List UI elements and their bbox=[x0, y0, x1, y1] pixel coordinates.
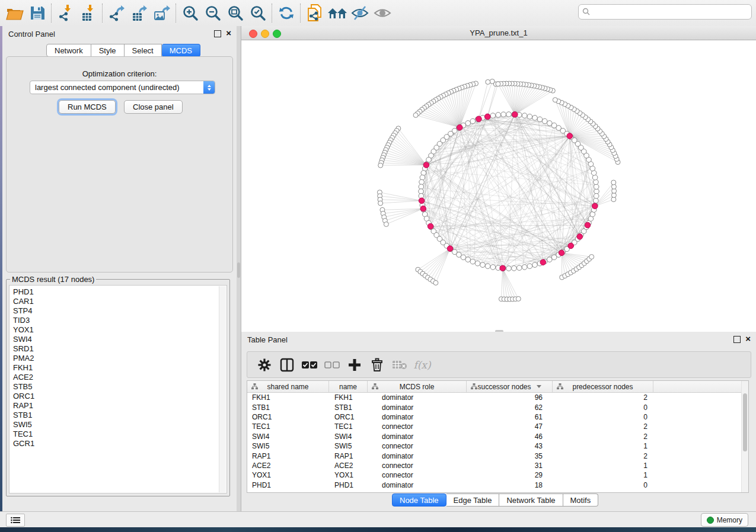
network-node[interactable] bbox=[512, 266, 517, 271]
network-node[interactable] bbox=[480, 262, 486, 268]
show-all-icon[interactable] bbox=[326, 3, 349, 23]
mcds-hub-node[interactable] bbox=[559, 250, 564, 256]
network-node[interactable] bbox=[420, 175, 425, 180]
tab-network[interactable]: Network bbox=[46, 44, 91, 57]
export-table-icon[interactable] bbox=[128, 3, 151, 23]
add-column-icon[interactable] bbox=[343, 354, 366, 376]
network-node[interactable] bbox=[421, 171, 426, 176]
mcds-hub-node[interactable] bbox=[577, 234, 583, 240]
table-scrollbar[interactable] bbox=[741, 381, 748, 492]
network-node[interactable] bbox=[496, 113, 501, 118]
network-node[interactable] bbox=[611, 180, 616, 185]
mcds-hub-node[interactable] bbox=[592, 203, 598, 209]
hide-selected-icon[interactable] bbox=[349, 3, 371, 23]
delete-column-icon[interactable] bbox=[366, 354, 388, 376]
network-node[interactable] bbox=[547, 257, 553, 262]
network-window-titlebar[interactable]: YPA_prune.txt_1 bbox=[241, 26, 756, 40]
network-node[interactable] bbox=[589, 255, 594, 259]
network-node[interactable] bbox=[594, 194, 599, 199]
mcds-hub-node[interactable] bbox=[585, 222, 591, 228]
mcds-result-item[interactable]: PHD1 bbox=[13, 287, 217, 297]
mcds-result-item[interactable]: STB1 bbox=[13, 411, 217, 420]
table-row[interactable]: STB1STB1dominator620 bbox=[247, 402, 748, 412]
mcds-hub-node[interactable] bbox=[447, 246, 453, 252]
scrollbar-thumb[interactable] bbox=[743, 393, 747, 451]
table-row[interactable]: SWI4SWI4dominator462 bbox=[247, 432, 748, 441]
network-node[interactable] bbox=[527, 264, 532, 269]
mcds-hub-node[interactable] bbox=[457, 124, 462, 130]
network-node[interactable] bbox=[594, 198, 599, 203]
table-row[interactable]: PHD1PHD1dominator180 bbox=[247, 480, 748, 490]
close-panel-button[interactable]: Close panel bbox=[124, 100, 183, 114]
deselect-all-icon[interactable] bbox=[321, 354, 343, 376]
network-node[interactable] bbox=[419, 180, 425, 185]
show-hidden-icon[interactable] bbox=[371, 3, 394, 23]
zoom-fit-icon[interactable] bbox=[224, 3, 247, 23]
network-node[interactable] bbox=[465, 257, 471, 262]
column-header-shared-name[interactable]: shared name bbox=[247, 381, 329, 392]
mcds-hub-node[interactable] bbox=[568, 243, 574, 249]
task-history-button[interactable] bbox=[6, 514, 25, 527]
table-row[interactable]: TEC1TEC1connector472 bbox=[247, 422, 748, 431]
splitter-handle[interactable] bbox=[237, 262, 240, 278]
mcds-hub-node[interactable] bbox=[420, 206, 426, 211]
tab-motifs[interactable]: Motifs bbox=[563, 493, 599, 507]
select-all-icon[interactable] bbox=[298, 354, 321, 376]
settings-icon[interactable] bbox=[253, 354, 276, 376]
network-node[interactable] bbox=[490, 113, 496, 118]
network-node[interactable] bbox=[485, 264, 490, 269]
mcds-result-item[interactable]: TID3 bbox=[13, 316, 217, 325]
tab-node-table[interactable]: Node Table bbox=[392, 493, 446, 507]
network-node[interactable] bbox=[594, 184, 599, 190]
mcds-result-item[interactable]: SRD1 bbox=[13, 344, 217, 354]
column-header-successor-nodes[interactable]: successor nodes bbox=[467, 381, 553, 392]
network-node[interactable] bbox=[506, 266, 512, 271]
column-header-name[interactable]: name bbox=[329, 381, 368, 392]
tab-style[interactable]: Style bbox=[91, 44, 125, 57]
refresh-icon[interactable] bbox=[275, 3, 298, 23]
network-node[interactable] bbox=[496, 82, 500, 86]
network-node[interactable] bbox=[475, 261, 480, 266]
mcds-result-item[interactable]: TEC1 bbox=[13, 430, 217, 439]
network-node[interactable] bbox=[461, 255, 466, 260]
zoom-in-icon[interactable] bbox=[179, 3, 202, 23]
close-icon[interactable]: × bbox=[745, 334, 751, 344]
export-network-icon[interactable] bbox=[106, 3, 128, 23]
network-node[interactable] bbox=[506, 112, 512, 117]
mcds-hub-node[interactable] bbox=[476, 116, 482, 122]
network-node[interactable] bbox=[532, 116, 538, 121]
optimization-dropdown[interactable]: largest connected component (undirected) bbox=[30, 81, 215, 94]
network-node[interactable] bbox=[594, 180, 599, 185]
network-node[interactable] bbox=[470, 259, 476, 264]
network-node[interactable] bbox=[516, 296, 521, 301]
mcds-result-item[interactable]: CAR1 bbox=[13, 297, 217, 306]
table-row[interactable]: ORC1ORC1dominator610 bbox=[247, 412, 748, 422]
float-window-icon[interactable] bbox=[214, 30, 221, 37]
network-node[interactable] bbox=[465, 121, 471, 126]
mcds-result-item[interactable]: YOX1 bbox=[13, 325, 217, 335]
mcds-result-item[interactable]: RAP1 bbox=[13, 401, 217, 411]
close-icon[interactable]: × bbox=[226, 28, 231, 39]
open-session-icon[interactable] bbox=[4, 3, 26, 23]
mcds-hub-node[interactable] bbox=[484, 114, 490, 120]
network-from-file-icon[interactable] bbox=[304, 3, 326, 23]
table-row[interactable]: FKH1FKH1dominator962 bbox=[247, 393, 748, 402]
network-node[interactable] bbox=[433, 280, 438, 285]
network-node[interactable] bbox=[384, 222, 388, 227]
table-row[interactable]: SWI5SWI5connector431 bbox=[247, 441, 748, 451]
column-header-MCDS-role[interactable]: MCDS role bbox=[368, 381, 467, 392]
mcds-hub-node[interactable] bbox=[428, 223, 433, 229]
import-network-icon[interactable] bbox=[55, 3, 77, 23]
mcds-hub-node[interactable] bbox=[512, 112, 518, 118]
zoom-out-icon[interactable] bbox=[202, 3, 224, 23]
network-node[interactable] bbox=[527, 114, 532, 120]
vertical-splitter[interactable] bbox=[237, 26, 241, 511]
memory-button[interactable]: Memory bbox=[701, 513, 748, 527]
tab-select[interactable]: Select bbox=[125, 44, 162, 57]
float-window-icon[interactable] bbox=[733, 336, 741, 343]
mcds-result-item[interactable]: GCR1 bbox=[13, 439, 217, 448]
network-node[interactable] bbox=[592, 175, 598, 180]
mcds-result-item[interactable]: ACE2 bbox=[13, 373, 217, 382]
mcds-result-item[interactable]: SWI5 bbox=[13, 420, 217, 430]
table-row[interactable]: ACE2ACE2connector311 bbox=[247, 461, 748, 470]
